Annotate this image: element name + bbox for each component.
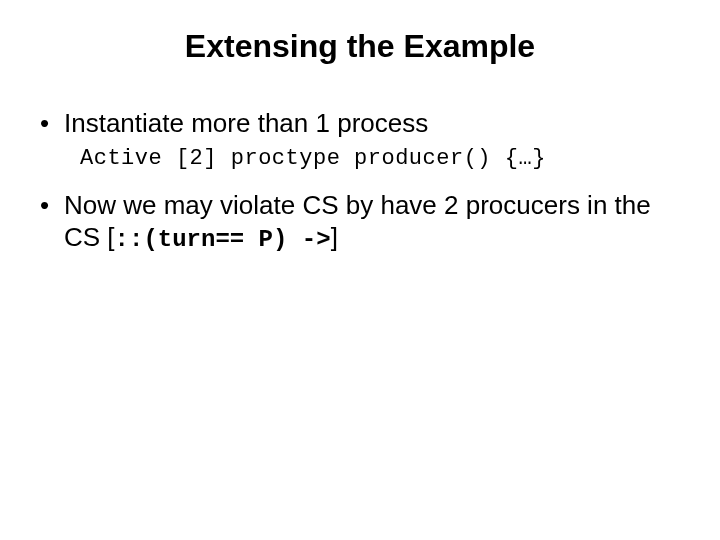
slide-title: Extensing the Example — [36, 28, 684, 65]
bullet-list-2: Now we may violate CS by have 2 procucer… — [36, 189, 684, 256]
slide: Extensing the Example Instantiate more t… — [0, 0, 720, 540]
bullet-2-inline-code: ::(turn== P) -> — [115, 226, 331, 253]
bullet-2-text-b: ] — [331, 222, 338, 252]
bullet-item-2: Now we may violate CS by have 2 procucer… — [36, 189, 684, 256]
bullet-item-1: Instantiate more than 1 process — [36, 107, 684, 140]
bullet-list: Instantiate more than 1 process — [36, 107, 684, 140]
code-line: Active [2] proctype producer() {…} — [36, 146, 684, 171]
